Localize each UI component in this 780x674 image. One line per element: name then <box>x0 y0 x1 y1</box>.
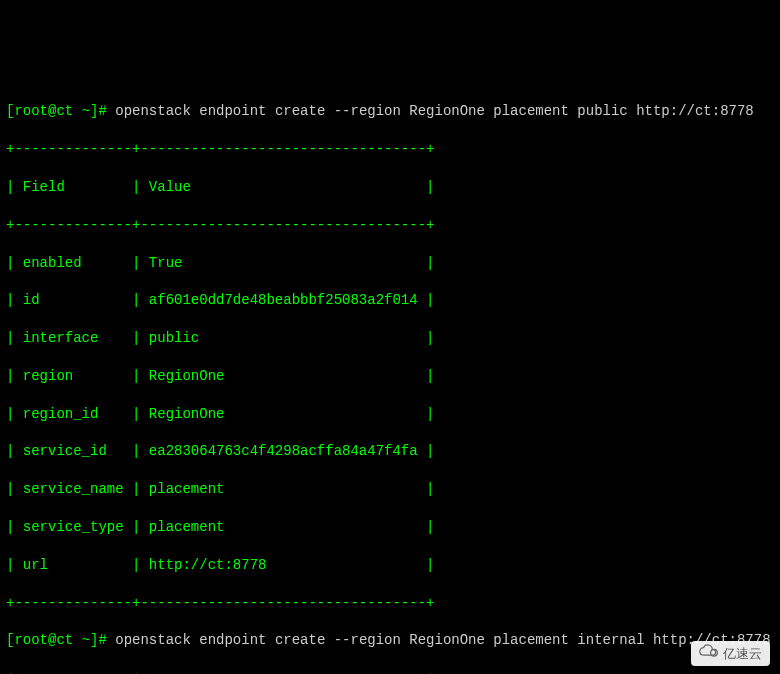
watermark-text: 亿速云 <box>723 645 762 663</box>
table-border: +--------------+------------------------… <box>6 594 774 613</box>
prompt-tilde: ~ <box>82 632 90 648</box>
table-row: | url | http://ct:8778 | <box>6 556 774 575</box>
command-text: openstack endpoint create --region Regio… <box>115 103 754 119</box>
watermark: 亿速云 <box>691 641 770 666</box>
table-row: | service_name | placement | <box>6 480 774 499</box>
table-row: | region | RegionOne | <box>6 367 774 386</box>
prompt-close: ]# <box>90 632 115 648</box>
table-row: | service_id | ea283064763c4f4298acffa84… <box>6 442 774 461</box>
command-text: openstack endpoint create --region Regio… <box>115 632 770 648</box>
table-border: +--------------+------------------------… <box>6 216 774 235</box>
terminal-output: [root@ct ~]# openstack endpoint create -… <box>6 84 774 674</box>
command-line-2: [root@ct ~]# openstack endpoint create -… <box>6 631 774 650</box>
table-row: | service_type | placement | <box>6 518 774 537</box>
prompt-close: ]# <box>90 103 115 119</box>
table-row: | region_id | RegionOne | <box>6 405 774 424</box>
table-row: | id | af601e0dd7de48beabbbf25083a2f014 … <box>6 291 774 310</box>
cloud-icon <box>699 644 719 663</box>
prompt-user-host: [root@ct <box>6 103 82 119</box>
table-row: | interface | public | <box>6 329 774 348</box>
prompt-tilde: ~ <box>82 103 90 119</box>
table-header: | Field | Value | <box>6 178 774 197</box>
table-border: +--------------+------------------------… <box>6 669 774 674</box>
command-line-1: [root@ct ~]# openstack endpoint create -… <box>6 102 774 121</box>
table-row: | enabled | True | <box>6 254 774 273</box>
table-border: +--------------+------------------------… <box>6 140 774 159</box>
prompt-user-host: [root@ct <box>6 632 82 648</box>
